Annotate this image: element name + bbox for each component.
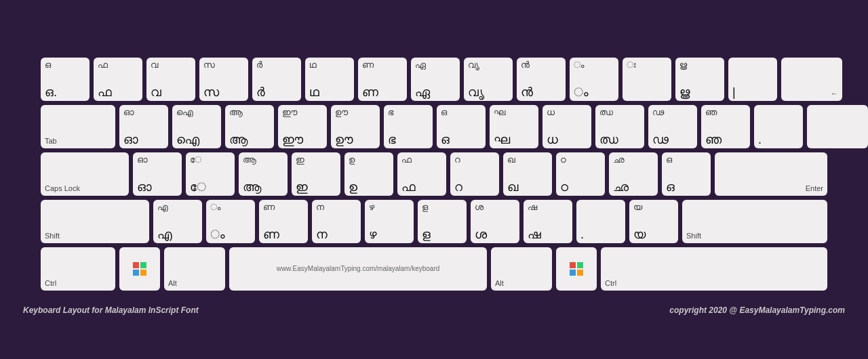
windows-left-key[interactable]: [119, 247, 160, 291]
windows-right-key[interactable]: [556, 247, 597, 291]
key-u[interactable]: ഒഒ: [437, 105, 486, 148]
keyboard-container: ഒഒ. ഫഫ വവ സസ ർർ ഥഥ ണണ ഏഏ വൃവൃ ൻൻ ംം ഃ ൠൠ…: [20, 44, 848, 301]
copyright-text: copyright 2020 @ EasyMalayalamTyping.com: [669, 305, 845, 315]
enter-key-wide[interactable]: [807, 105, 868, 148]
key-w[interactable]: ഐഐ: [172, 105, 221, 148]
keyboard-row-2: Tab ഓഓ ഐഐ ആആ ഈഈ ഊഊ ഭഭ ഒഒ ഘഘ ധധ ഝഝ ഢഢ ഞഞ …: [41, 105, 827, 148]
shift-left-key[interactable]: Shift: [41, 200, 149, 243]
tab-key[interactable]: Tab: [41, 105, 115, 148]
key-comma[interactable]: ഷഷ: [524, 200, 572, 243]
key-0[interactable]: ംം: [570, 58, 618, 101]
key-a[interactable]: ഓഓ: [133, 152, 182, 196]
key-5[interactable]: ഥഥ: [305, 58, 354, 101]
keyboard-row-4: Shift എഎ ംം ണണ നന ഴഴ ളള ശശ ഷഷ . യയ Shift: [41, 200, 827, 243]
key-x[interactable]: ംം: [206, 200, 255, 243]
key-7[interactable]: ഏഏ: [411, 58, 460, 101]
key-d[interactable]: ആആ: [239, 152, 288, 196]
key-l[interactable]: ഠഠ: [556, 152, 605, 196]
alt-left-key[interactable]: Alt: [164, 247, 225, 291]
backspace-key[interactable]: ←: [781, 58, 842, 101]
key-pipe[interactable]: |: [728, 58, 777, 101]
key-o[interactable]: ധധ: [542, 105, 591, 148]
key-s[interactable]: േേ: [186, 152, 235, 196]
key-r[interactable]: ഈഈ: [278, 105, 327, 148]
keyboard-row-5: Ctrl Alt www.EasyMalayalamTyping.com/mal…: [41, 247, 827, 291]
key-1[interactable]: ഫഫ: [94, 58, 142, 101]
keyboard-title: Keyboard Layout for Malayalam InScript F…: [23, 305, 199, 315]
ctrl-left-key[interactable]: Ctrl: [41, 247, 115, 291]
key-4[interactable]: ർർ: [252, 58, 301, 101]
space-key-url: www.EasyMalayalamTyping.com/malayalam/ke…: [277, 265, 440, 273]
windows-icon: [133, 262, 146, 276]
key-9[interactable]: ൻൻ: [517, 58, 566, 101]
key-backslash[interactable]: .: [754, 105, 803, 148]
key-semicolon[interactable]: ഛഛ: [609, 152, 658, 196]
key-j[interactable]: ററ: [450, 152, 499, 196]
key-m[interactable]: ശശ: [471, 200, 519, 243]
key-h[interactable]: ഫഫ: [397, 152, 446, 196]
key-n[interactable]: ളള: [418, 200, 467, 243]
key-slash[interactable]: യയ: [629, 200, 678, 243]
key-period[interactable]: .: [576, 200, 625, 243]
key-e[interactable]: ആആ: [225, 105, 274, 148]
key-z[interactable]: എഎ: [153, 200, 202, 243]
key-f[interactable]: ഇഇ: [292, 152, 340, 196]
key-i[interactable]: ഘഘ: [490, 105, 538, 148]
keyboard-row-1: ഒഒ. ഫഫ വവ സസ ർർ ഥഥ ണണ ഏഏ വൃവൃ ൻൻ ംം ഃ ൠൠ…: [41, 58, 827, 101]
key-c[interactable]: ണണ: [259, 200, 308, 243]
key-p[interactable]: ഝഝ: [595, 105, 644, 148]
key-6[interactable]: ണണ: [358, 58, 407, 101]
key-quote[interactable]: ഒഒ: [662, 152, 711, 196]
key-3[interactable]: സസ: [199, 58, 248, 101]
shift-right-key[interactable]: Shift: [682, 200, 827, 243]
windows-icon-right: [570, 262, 583, 276]
key-v[interactable]: നന: [312, 200, 361, 243]
footer: Keyboard Layout for Malayalam InScript F…: [20, 301, 848, 315]
key-8[interactable]: വൃവൃ: [464, 58, 513, 101]
space-key[interactable]: www.EasyMalayalamTyping.com/malayalam/ke…: [229, 247, 487, 291]
key-2[interactable]: വവ: [146, 58, 195, 101]
key-minus[interactable]: ഃ: [623, 58, 671, 101]
alt-right-key[interactable]: Alt: [491, 247, 552, 291]
key-equals[interactable]: ൠൠ: [675, 58, 724, 101]
enter-key[interactable]: Enter: [715, 152, 827, 196]
ctrl-right-key[interactable]: Ctrl: [601, 247, 827, 291]
key-t[interactable]: ഊഊ: [331, 105, 380, 148]
keyboard-row-3: Caps Lock ഓഓ േേ ആആ ഇഇ ഉഉ ഫഫ ററ ഖഖ ഠഠ ഛഛ …: [41, 152, 827, 196]
key-bracket-r[interactable]: ഞഞ: [701, 105, 750, 148]
key-b[interactable]: ഴഴ: [365, 200, 414, 243]
key-bracket-l[interactable]: ഢഢ: [648, 105, 697, 148]
key-y[interactable]: ഭഭ: [384, 105, 433, 148]
key-k[interactable]: ഖഖ: [503, 152, 552, 196]
caps-lock-key[interactable]: Caps Lock: [41, 152, 129, 196]
key-tilde[interactable]: ഒഒ.: [41, 58, 90, 101]
key-g[interactable]: ഉഉ: [344, 152, 393, 196]
key-q[interactable]: ഓഓ: [119, 105, 168, 148]
